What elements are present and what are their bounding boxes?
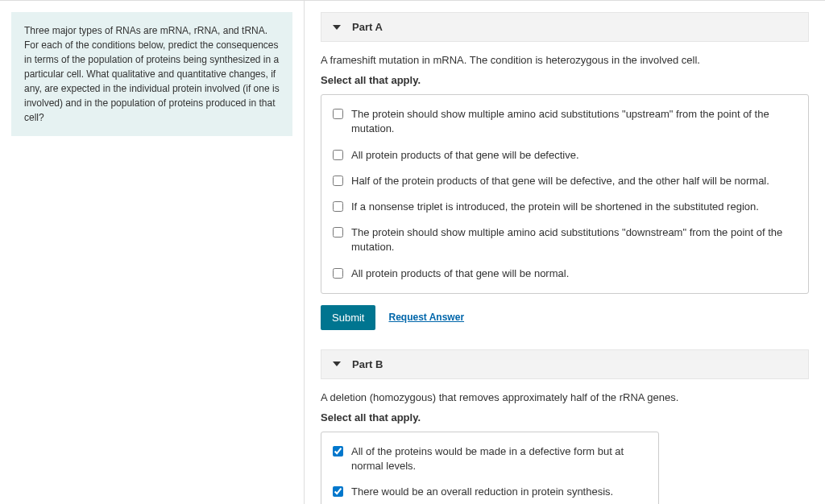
checkbox[interactable] <box>333 109 343 119</box>
option-label[interactable]: If a nonsense triplet is introduced, the… <box>351 200 759 214</box>
caret-down-icon <box>333 25 341 30</box>
option-label[interactable]: Half of the protein products of that gen… <box>351 174 769 188</box>
option-row[interactable]: If a nonsense triplet is introduced, the… <box>321 194 808 220</box>
option-row[interactable]: All protein products of that gene will b… <box>321 143 808 168</box>
part-a-header[interactable]: Part A <box>321 12 809 42</box>
part-a-title: Part A <box>352 21 383 33</box>
part-b-header[interactable]: Part B <box>321 349 809 379</box>
left-panel: Three major types of RNAs are mRNA, rRNA… <box>0 1 305 504</box>
option-label[interactable]: All protein products of that gene will b… <box>351 266 569 281</box>
option-label[interactable]: The protein should show multiple amino a… <box>351 107 797 136</box>
part-b-select-label: Select all that apply. <box>321 411 809 423</box>
option-row[interactable]: All of the proteins would be made in a d… <box>321 439 658 479</box>
checkbox[interactable] <box>333 486 343 497</box>
option-row[interactable]: The protein should show multiple amino a… <box>321 220 808 260</box>
part-a-select-label: Select all that apply. <box>321 74 809 86</box>
request-answer-link[interactable]: Request Answer <box>388 312 464 323</box>
option-row[interactable]: Half of the protein products of that gen… <box>321 168 808 194</box>
checkbox[interactable] <box>333 201 343 212</box>
part-a-actions: Submit Request Answer <box>321 305 809 330</box>
checkbox[interactable] <box>333 227 343 238</box>
main-container: Three major types of RNAs are mRNA, rRNA… <box>0 0 825 504</box>
submit-button[interactable]: Submit <box>321 305 375 330</box>
option-label[interactable]: There would be an overall reduction in p… <box>351 485 613 499</box>
option-label[interactable]: The protein should show multiple amino a… <box>351 225 797 254</box>
part-b-title: Part B <box>352 358 383 370</box>
option-label[interactable]: All of the proteins would be made in a d… <box>351 444 647 473</box>
option-row[interactable]: There would be an overall reduction in p… <box>321 479 658 504</box>
part-b-description: A deletion (homozygous) that removes app… <box>321 390 809 405</box>
part-b-options: All of the proteins would be made in a d… <box>321 432 659 504</box>
part-a-description: A frameshift mutation in mRNA. The condi… <box>321 53 809 68</box>
checkbox[interactable] <box>333 150 343 160</box>
checkbox[interactable] <box>333 446 343 456</box>
checkbox[interactable] <box>333 268 343 279</box>
part-a-options: The protein should show multiple amino a… <box>321 94 809 294</box>
part-a-body: A frameshift mutation in mRNA. The condi… <box>321 42 809 330</box>
right-panel: Part A A frameshift mutation in mRNA. Th… <box>305 1 825 504</box>
option-row[interactable]: All protein products of that gene will b… <box>321 261 808 287</box>
option-label[interactable]: All protein products of that gene will b… <box>351 148 579 163</box>
checkbox[interactable] <box>333 176 343 186</box>
option-row[interactable]: The protein should show multiple amino a… <box>321 101 808 142</box>
part-b-body: A deletion (homozygous) that removes app… <box>321 379 809 504</box>
part-a-section: Part A A frameshift mutation in mRNA. Th… <box>321 12 809 330</box>
question-prompt: Three major types of RNAs are mRNA, rRNA… <box>11 12 292 136</box>
caret-down-icon <box>333 361 341 366</box>
part-b-section: Part B A deletion (homozygous) that remo… <box>321 349 809 504</box>
